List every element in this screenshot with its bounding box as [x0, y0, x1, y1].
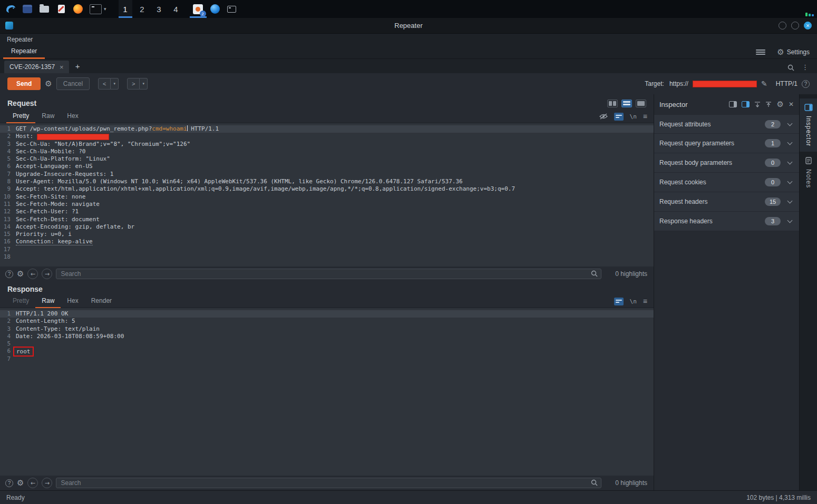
cancel-button[interactable]: Cancel — [56, 77, 90, 90]
code-line-7[interactable]: 7Upgrade-Insecure-Requests: 1 — [0, 171, 654, 178]
show-newlines-button[interactable]: \n — [630, 113, 637, 120]
code-line-5[interactable]: 5Sec-Ch-Ua-Platform: "Linux" — [0, 155, 654, 163]
code-line-10[interactable]: 10Sec-Fetch-Site: none — [0, 193, 654, 201]
help-icon[interactable]: ? — [802, 80, 810, 88]
tab-cve-2026-1357[interactable]: CVE-2026-1357 × — [4, 61, 69, 73]
terminal-dropdown[interactable]: ▾ — [90, 4, 106, 14]
response-editor[interactable]: 1HTTP/1.1 200 OK2Content-Length: 53Conte… — [0, 308, 654, 476]
menu-repeater[interactable]: Repeater — [7, 36, 33, 43]
response-soft-wrap-icon[interactable] — [614, 298, 624, 305]
layout-rows-icon[interactable] — [621, 100, 632, 107]
response-search-input[interactable] — [56, 478, 601, 488]
forward-button[interactable]: > — [127, 78, 140, 90]
code-line-7[interactable]: 7 — [0, 355, 654, 363]
workspace-2[interactable]: 2 — [135, 0, 149, 18]
window-app-icon[interactable] — [19, 0, 36, 18]
response-prev-match-button[interactable]: ← — [27, 478, 38, 488]
code-line-15[interactable]: 15Priority: u=0, i — [0, 231, 654, 238]
request-editor[interactable]: 1GET /wp-content/uploads/pwn_remote.php?… — [0, 123, 654, 266]
inspector-section-request-body-parameters[interactable]: Request body parameters0 — [654, 153, 799, 173]
burp-taskbar-icon[interactable]: 2 — [190, 0, 207, 18]
response-show-newlines-button[interactable]: \n — [630, 298, 637, 305]
code-line-6[interactable]: 6Accept-Language: en-US — [0, 163, 654, 170]
settings-button[interactable]: ⚙ Settings — [777, 47, 810, 57]
code-line-11[interactable]: 11Sec-Fetch-Mode: navigate — [0, 201, 654, 208]
workspace-1[interactable]: 1 — [119, 0, 132, 18]
code-line-6[interactable]: 6root — [0, 348, 654, 355]
code-line-2[interactable]: 2Host: — [0, 133, 654, 140]
code-line-1[interactable]: 1GET /wp-content/uploads/pwn_remote.php?… — [0, 125, 654, 133]
code-line-1[interactable]: 1HTTP/1.1 200 OK — [0, 310, 654, 318]
inspector-settings-icon[interactable]: ⚙ — [776, 100, 783, 109]
request-tab-pretty[interactable]: Pretty — [6, 110, 35, 123]
layout-columns-icon[interactable] — [607, 100, 618, 107]
text-editor-icon[interactable] — [53, 0, 70, 18]
terminal-window-icon[interactable] — [223, 0, 240, 18]
request-prev-match-button[interactable]: ← — [27, 269, 38, 279]
response-tab-raw[interactable]: Raw — [35, 295, 61, 308]
search-tabs-icon[interactable] — [787, 64, 794, 71]
code-line-4[interactable]: 4Date: 2026-03-18T08:08:59+08:00 — [0, 333, 654, 340]
code-line-5[interactable]: 5 — [0, 340, 654, 348]
code-line-9[interactable]: 9Accept: text/html,application/xhtml+xml… — [0, 185, 654, 193]
forward-dropdown-icon[interactable]: ▾ — [140, 78, 148, 90]
back-button[interactable]: < — [98, 78, 111, 90]
request-tab-raw[interactable]: Raw — [35, 110, 61, 123]
tab-repeater[interactable]: Repeater — [3, 45, 45, 59]
code-line-14[interactable]: 14Accept-Encoding: gzip, deflate, br — [0, 223, 654, 231]
response-next-match-button[interactable]: → — [42, 478, 52, 488]
inspector-section-request-query-parameters[interactable]: Request query parameters1 — [654, 134, 799, 153]
code-line-18[interactable]: 18 — [0, 253, 654, 261]
tab-close-icon[interactable]: × — [60, 63, 64, 71]
response-tab-hex[interactable]: Hex — [61, 295, 84, 308]
request-search-settings-icon[interactable]: ⚙ — [17, 269, 24, 279]
response-search-settings-icon[interactable]: ⚙ — [17, 478, 24, 488]
inspector-section-response-headers[interactable]: Response headers3 — [654, 212, 799, 231]
maximize-button[interactable] — [791, 22, 799, 29]
expand-all-icon[interactable] — [754, 101, 761, 107]
soft-wrap-icon[interactable] — [614, 113, 624, 121]
browser-taskbar-icon[interactable] — [207, 0, 223, 18]
request-editor-menu-icon[interactable]: ≡ — [643, 112, 647, 121]
edit-target-icon[interactable]: ✎ — [761, 80, 767, 88]
code-line-17[interactable]: 17 — [0, 246, 654, 253]
response-tab-render[interactable]: Render — [85, 295, 118, 308]
inspector-dock-left-icon[interactable] — [729, 101, 737, 107]
code-line-2[interactable]: 2Content-Length: 5 — [0, 318, 654, 325]
code-line-3[interactable]: 3Content-Type: text/plain — [0, 325, 654, 333]
collapse-all-icon[interactable] — [765, 101, 772, 107]
response-search-help-icon[interactable]: ? — [5, 479, 13, 487]
inspector-section-request-attributes[interactable]: Request attributes2 — [654, 114, 799, 134]
send-settings-icon[interactable]: ⚙ — [45, 79, 52, 88]
close-button[interactable]: ✕ — [804, 22, 812, 29]
tab-list-icon[interactable] — [756, 48, 765, 55]
back-dropdown-icon[interactable]: ▾ — [111, 78, 119, 90]
hide-nonprinting-icon[interactable] — [599, 113, 608, 120]
code-line-13[interactable]: 13Sec-Fetch-Dest: document — [0, 216, 654, 223]
inspector-section-request-headers[interactable]: Request headers15 — [654, 192, 799, 212]
response-editor-menu-icon[interactable]: ≡ — [643, 297, 647, 305]
code-line-4[interactable]: 4Sec-Ch-Ua-Mobile: ?0 — [0, 148, 654, 155]
inspector-section-request-cookies[interactable]: Request cookies0 — [654, 173, 799, 192]
send-button[interactable]: Send — [7, 77, 41, 90]
firefox-icon[interactable] — [70, 0, 86, 18]
request-tab-hex[interactable]: Hex — [61, 110, 84, 123]
workspace-3[interactable]: 3 — [152, 0, 166, 18]
inspector-dock-right-icon[interactable] — [742, 101, 750, 107]
side-tab-inspector[interactable]: Inspector — [800, 98, 817, 152]
request-next-match-button[interactable]: → — [42, 269, 52, 279]
minimize-button[interactable] — [779, 22, 786, 29]
code-line-8[interactable]: 8User-Agent: Mozilla/5.0 (Windows NT 10.… — [0, 178, 654, 185]
workspace-4[interactable]: 4 — [169, 0, 183, 18]
request-search-help-icon[interactable]: ? — [5, 270, 13, 278]
code-line-12[interactable]: 12Sec-Fetch-User: ?1 — [0, 208, 654, 215]
add-tab-button[interactable]: + — [75, 62, 80, 71]
response-tab-pretty[interactable]: Pretty — [6, 295, 35, 308]
kali-menu-icon[interactable] — [2, 0, 19, 18]
code-line-16[interactable]: 16Connection: keep-alive — [0, 238, 654, 245]
layout-single-icon[interactable] — [636, 100, 646, 107]
request-search-input[interactable] — [56, 269, 601, 279]
inspector-close-icon[interactable]: ✕ — [789, 101, 794, 108]
file-manager-icon[interactable] — [36, 0, 53, 18]
side-tab-notes[interactable]: Notes — [800, 152, 817, 193]
